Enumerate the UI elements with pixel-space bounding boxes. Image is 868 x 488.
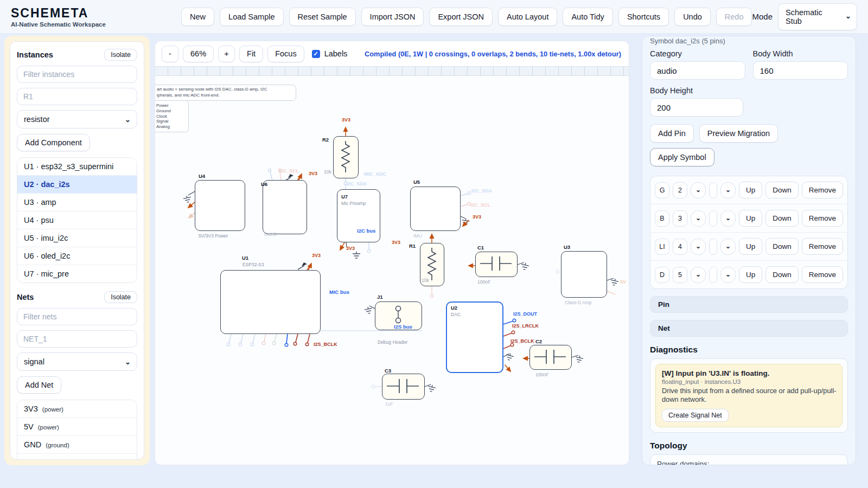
load-sample-button[interactable]: Load Sample (220, 8, 283, 26)
pin-remove-button[interactable]: Remove (802, 210, 843, 227)
pin-down-button[interactable]: Down (765, 266, 799, 283)
pin-type-select[interactable]: ⌄ (720, 267, 736, 283)
pin-down-button[interactable]: Down (765, 210, 799, 227)
component-u2[interactable] (446, 301, 503, 373)
create-signal-net-button[interactable]: Create Signal Net (662, 409, 729, 422)
auto-layout-button[interactable]: Auto Layout (498, 8, 557, 26)
pin-down-button[interactable]: Down (765, 238, 799, 255)
pin-number-input[interactable] (673, 239, 687, 255)
component-u6[interactable] (263, 180, 307, 234)
nets-isolate-button[interactable]: Isolate (104, 291, 137, 303)
component-j1[interactable] (375, 301, 422, 330)
right-inspector: Symbol dac_i2s (5 pins) Category Body Wi… (642, 36, 856, 465)
component-u4[interactable] (195, 180, 245, 231)
instance-item-u4[interactable]: U4 · psu (17, 211, 137, 229)
component-c2[interactable] (529, 345, 572, 370)
pin-remove-button[interactable]: Remove (802, 238, 843, 255)
component-r2[interactable] (333, 136, 359, 178)
component-c3[interactable] (382, 374, 425, 400)
component-u1[interactable] (220, 270, 321, 334)
pin-name-input[interactable] (655, 267, 669, 283)
pin-up-button[interactable]: Up (739, 238, 762, 255)
pin-section-bar[interactable]: Pin (650, 296, 848, 313)
component-r1[interactable] (420, 243, 444, 286)
redo-button[interactable]: Redo (716, 8, 752, 26)
pin-side-select[interactable]: ⌄ (691, 210, 706, 227)
preview-migration-button[interactable]: Preview Migration (699, 124, 778, 143)
net-item-5v[interactable]: 5V (power) (17, 418, 137, 435)
pin-up-button[interactable]: Up (739, 210, 762, 227)
pin-type-select[interactable]: ⌄ (720, 210, 736, 227)
instance-item-u6[interactable]: U6 · oled_i2c (17, 247, 137, 265)
net-type-select[interactable]: signal ⌄ (17, 352, 137, 371)
import-json-button[interactable]: Import JSON (361, 8, 424, 26)
new-button[interactable]: New (181, 8, 214, 26)
pin-offset-input[interactable] (709, 210, 717, 227)
labels-checkbox[interactable]: ✓ (312, 50, 320, 58)
instance-item-u3[interactable]: U3 · amp (17, 193, 137, 211)
pin-offset-input[interactable] (709, 239, 717, 255)
component-type-select[interactable]: resistor ⌄ (17, 110, 137, 129)
filter-instances-input[interactable] (17, 66, 137, 83)
net-item-3v3[interactable]: 3V3 (power) (17, 400, 137, 418)
mode-select[interactable]: Schematic Stub ⌄ (778, 3, 857, 30)
pin-name-input[interactable] (655, 239, 669, 255)
zoom-in-button[interactable]: + (218, 46, 235, 62)
net-item-gnd[interactable]: GND (ground) (17, 435, 137, 453)
net-name-input[interactable] (17, 330, 137, 348)
instances-isolate-button[interactable]: Isolate (104, 49, 137, 61)
instances-list: U1 · esp32_s3_supermini U2 · dac_i2s U3 … (17, 157, 137, 283)
pin-side-select[interactable]: ⌄ (691, 267, 706, 283)
apply-symbol-button[interactable]: Apply Symbol (650, 148, 714, 166)
chevron-down-icon: ⌄ (125, 358, 131, 366)
pin-side-select[interactable]: ⌄ (691, 239, 706, 255)
instance-item-u2[interactable]: U2 · dac_i2s (17, 175, 137, 193)
pin-number-input[interactable] (673, 267, 687, 283)
net-name: 5V (24, 422, 34, 431)
focus-button[interactable]: Focus (267, 46, 304, 62)
net-section-bar[interactable]: Net (650, 320, 848, 337)
pin-offset-input[interactable] (709, 182, 717, 198)
pin-number-input[interactable] (673, 210, 687, 227)
filter-nets-input[interactable] (17, 308, 137, 325)
instance-item-u7[interactable]: U7 · mic_pre (17, 265, 137, 282)
pin-name-input[interactable] (655, 182, 669, 198)
zoom-level-button[interactable]: 66% (183, 46, 214, 62)
instance-item-u1[interactable]: U1 · esp32_s3_supermini (17, 158, 137, 175)
pin-side-select[interactable]: ⌄ (691, 182, 706, 198)
reset-sample-button[interactable]: Reset Sample (289, 8, 356, 26)
warning-detail: Drive this input from a defined source o… (662, 387, 841, 404)
pin-type-select[interactable]: ⌄ (720, 239, 736, 255)
add-net-button[interactable]: Add Net (17, 376, 61, 394)
undo-button[interactable]: Undo (674, 8, 711, 26)
export-json-button[interactable]: Export JSON (429, 8, 493, 26)
pin-name-input[interactable] (655, 210, 669, 227)
pin-type-select[interactable]: ⌄ (720, 182, 736, 198)
pin-number-input[interactable] (673, 182, 687, 198)
instance-name-input[interactable] (17, 88, 137, 105)
fit-button[interactable]: Fit (239, 46, 263, 62)
component-u5[interactable] (410, 187, 461, 231)
body-height-input[interactable] (650, 98, 743, 117)
pin-down-button[interactable]: Down (765, 182, 799, 198)
instance-item-u5[interactable]: U5 · imu_i2c (17, 229, 137, 247)
add-pin-button[interactable]: Add Pin (650, 124, 694, 143)
pin-up-button[interactable]: Up (739, 182, 762, 198)
canvas-note[interactable]: art audio + sensing node with I2S DAC, c… (155, 85, 296, 101)
schematic-sheet[interactable]: art audio + sensing node with I2S DAC, c… (155, 76, 629, 465)
component-u7[interactable] (337, 189, 380, 242)
shortcuts-button[interactable]: Shortcuts (618, 8, 669, 26)
net-item-i2s-bclk[interactable]: I2S_BCLK (clock) (17, 453, 137, 460)
zoom-out-button[interactable]: - (162, 46, 178, 62)
auto-tidy-button[interactable]: Auto Tidy (563, 8, 612, 26)
pin-offset-input[interactable] (709, 267, 717, 283)
component-c1[interactable] (475, 252, 518, 277)
component-u3[interactable] (561, 251, 607, 298)
pin-up-button[interactable]: Up (739, 266, 762, 283)
pin-rows: ⌄ ⌄ Up Down Remove ⌄ ⌄ Up Down Remove (650, 176, 848, 289)
category-input[interactable] (650, 61, 745, 80)
pin-remove-button[interactable]: Remove (802, 182, 843, 198)
body-width-input[interactable] (753, 61, 848, 80)
add-component-button[interactable]: Add Component (17, 134, 90, 151)
pin-remove-button[interactable]: Remove (802, 266, 843, 283)
